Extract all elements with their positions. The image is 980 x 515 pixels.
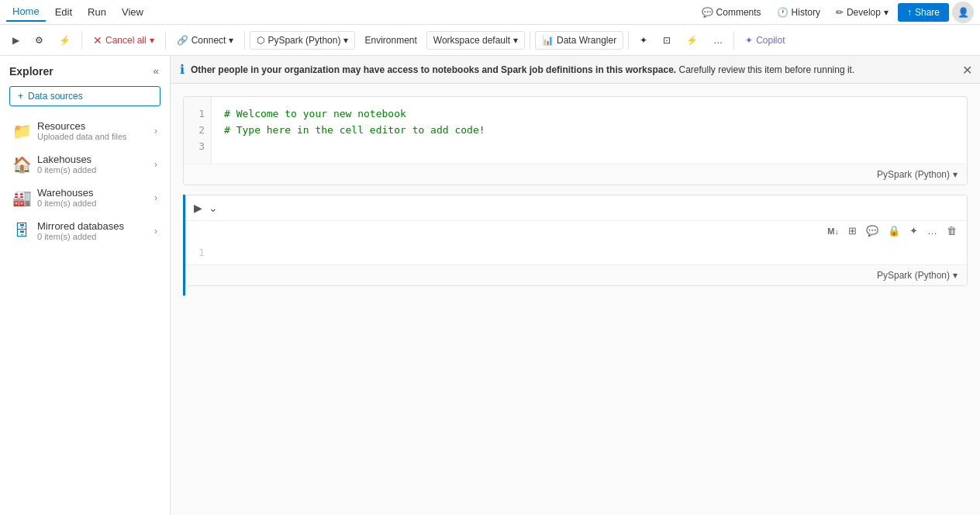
cell-2-wrapper: ▶ ⌄ M↓ ⊞ 💬 🔒 ✦ … 🗑 1 <box>183 195 968 296</box>
workspace-selector[interactable]: Workspace default ▾ <box>426 31 525 50</box>
run-icon: ▶ <box>12 35 19 46</box>
develop-chevron-icon: ▾ <box>884 7 889 18</box>
menu-bar: Home Edit Run View 💬 Comments 🕐 History … <box>0 0 980 25</box>
resources-label: Resources <box>37 120 154 132</box>
collapse-icon: « <box>154 65 159 77</box>
copilot-button[interactable]: ✦ Copilot <box>739 32 791 49</box>
history-icon: 🕐 <box>777 7 788 18</box>
sidebar-item-mirrored[interactable]: 🗄 Mirrored databases 0 item(s) added › <box>3 214 167 247</box>
code-line-2: # Type here in the cell editor to add co… <box>224 123 954 139</box>
code-content-1[interactable]: # Welcome to your new notebook # Type he… <box>212 97 967 164</box>
lightning-button[interactable]: ⚡ <box>680 32 704 49</box>
folder-icon: 📁 <box>12 122 31 140</box>
mirrored-label: Mirrored databases <box>37 220 154 232</box>
toolbar-sep-1 <box>81 31 82 50</box>
mirrored-chevron-icon: › <box>154 226 157 237</box>
sidebar-header: Explorer « <box>0 56 170 86</box>
bolt-icon-button[interactable]: ⚡ <box>53 32 77 49</box>
more-icon: … <box>713 35 723 46</box>
menu-run[interactable]: Run <box>81 3 112 21</box>
cell-2-expand-button[interactable]: ⌄ <box>207 200 219 216</box>
sidebar-collapse-button[interactable]: « <box>152 64 160 78</box>
comments-button[interactable]: 💬 Comments <box>695 4 768 21</box>
menu-edit[interactable]: Edit <box>49 3 78 21</box>
plus-icon: + <box>18 91 23 102</box>
cell-2-delete-button[interactable]: 🗑 <box>943 223 961 239</box>
toolbar-sep-3 <box>244 31 245 50</box>
workspace-chevron-icon: ▾ <box>513 35 518 46</box>
connect-icon: 🔗 <box>177 35 188 46</box>
notification-text: Other people in your organization may ha… <box>191 64 854 75</box>
more-toolbar-button[interactable]: … <box>707 32 729 49</box>
settings-icon: ⚙ <box>35 35 43 46</box>
sidebar-item-warehouses[interactable]: 🏭 Warehouses 0 item(s) added › <box>3 181 167 214</box>
resources-subtitle: Uploaded data and files <box>37 132 154 141</box>
data-wrangler-button[interactable]: 📊 Data Wrangler <box>535 31 623 50</box>
info-icon: ℹ <box>180 62 185 77</box>
share-button[interactable]: ↑ Share <box>898 3 949 22</box>
menu-view[interactable]: View <box>116 3 150 21</box>
main-layout: Explorer « + Data sources 📁 Resources Up… <box>0 56 980 515</box>
content-area: 1 2 3 # Welcome to your new notebook # T… <box>171 84 980 515</box>
lang-chevron-icon: ▾ <box>953 169 958 180</box>
toolbar-sep-5 <box>628 31 629 50</box>
pyspark-icon: ⬡ <box>257 35 264 46</box>
cell-2-comment-button[interactable]: 💬 <box>862 223 882 239</box>
run-button[interactable]: ▶ <box>6 32 26 49</box>
develop-icon: ✏ <box>836 7 844 18</box>
code-cell-1-body: 1 2 3 # Welcome to your new notebook # T… <box>184 97 967 164</box>
cell-2-md-button[interactable]: M↓ <box>823 224 843 238</box>
warehouses-chevron-icon: › <box>154 192 157 203</box>
wand-button[interactable]: ✦ <box>633 32 654 49</box>
add-data-sources-button[interactable]: + Data sources <box>9 86 160 106</box>
notification-regular-text: Carefully review this item before runnin… <box>676 64 854 75</box>
cell-2-content[interactable]: 1 <box>186 240 967 264</box>
cell-2-controls: ▶ ⌄ <box>186 195 967 220</box>
cell-2-more-button[interactable]: … <box>923 223 941 239</box>
cell-2-run-button[interactable]: ▶ <box>192 200 204 216</box>
notification-close-button[interactable]: ✕ <box>962 62 972 77</box>
cell-2-sparkle-button[interactable]: ✦ <box>906 223 922 239</box>
sidebar-item-resources[interactable]: 📁 Resources Uploaded data and files › <box>3 114 167 147</box>
cell-1-footer: PySpark (Python) ▾ <box>184 164 967 185</box>
lakehouses-chevron-icon: › <box>154 159 157 170</box>
lightning-icon: ⚡ <box>686 35 698 46</box>
develop-button[interactable]: ✏ Develop ▾ <box>830 4 895 21</box>
wand-icon: ✦ <box>640 35 647 46</box>
code-line-1: # Welcome to your new notebook <box>224 106 954 123</box>
comment-icon: 💬 <box>702 7 713 18</box>
connect-chevron-icon: ▾ <box>229 35 233 46</box>
toolbar: ▶ ⚙ ⚡ ✕ Cancel all ▾ 🔗 Connect ▾ ⬡ PySpa… <box>0 25 980 56</box>
settings-button[interactable]: ⚙ <box>29 32 50 49</box>
mirrored-icon: 🗄 <box>12 222 31 240</box>
cell-2-lang-chevron-icon: ▾ <box>953 270 958 281</box>
menu-home[interactable]: Home <box>6 2 46 22</box>
cell-2-lang-selector[interactable]: PySpark (Python) ▾ <box>874 268 961 282</box>
toolbar-sep-6 <box>733 31 734 50</box>
cancel-chevron-icon: ▾ <box>150 35 154 46</box>
history-button[interactable]: 🕐 History <box>771 4 826 21</box>
code-cell-2: ▶ ⌄ M↓ ⊞ 💬 🔒 ✦ … 🗑 1 <box>185 195 968 286</box>
cancel-icon: ✕ <box>93 34 102 47</box>
lakehouses-label: Lakehouses <box>37 154 154 165</box>
split-button[interactable]: ⊡ <box>657 32 677 49</box>
resources-chevron-icon: › <box>154 126 157 137</box>
cell-2-toggle-button[interactable]: ⊞ <box>844 223 861 239</box>
cell-1-lang-selector[interactable]: PySpark (Python) ▾ <box>874 168 961 181</box>
code-line-3 <box>224 139 954 155</box>
cell-2-lock-button[interactable]: 🔒 <box>884 223 904 239</box>
notification-bar: ℹ Other people in your organization may … <box>171 56 980 84</box>
cell-2-footer: PySpark (Python) ▾ <box>186 264 967 285</box>
data-wrangler-icon: 📊 <box>542 35 554 46</box>
environment-button[interactable]: Environment <box>358 32 423 49</box>
toolbar-sep-4 <box>530 31 530 50</box>
line-numbers-1: 1 2 3 <box>184 97 212 164</box>
cancel-all-button[interactable]: ✕ Cancel all ▾ <box>87 31 160 50</box>
user-avatar-button[interactable]: 👤 <box>952 2 974 23</box>
sidebar-item-lakehouses[interactable]: 🏠 Lakehouses 0 item(s) added › <box>3 147 167 181</box>
connect-button[interactable]: 🔗 Connect ▾ <box>171 32 240 49</box>
sidebar: Explorer « + Data sources 📁 Resources Up… <box>0 56 171 515</box>
warehouses-label: Warehouses <box>37 187 154 199</box>
pyspark-selector[interactable]: ⬡ PySpark (Python) ▾ <box>250 31 355 50</box>
sidebar-title: Explorer <box>9 65 53 78</box>
